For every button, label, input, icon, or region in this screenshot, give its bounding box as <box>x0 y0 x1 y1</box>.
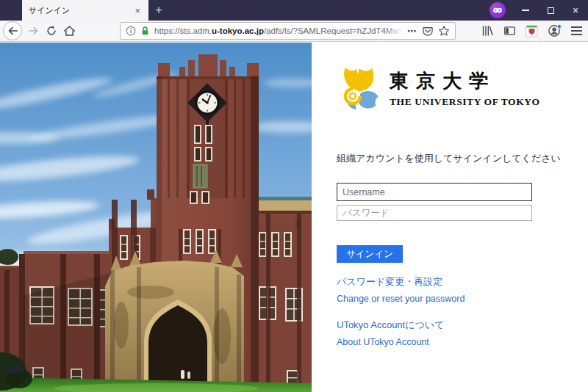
minimize-button[interactable] <box>513 0 538 21</box>
mask-icon <box>492 6 503 15</box>
help-links: パスワード変更・再設定 Change or reset your passwor… <box>337 275 588 347</box>
site-info-icon[interactable] <box>126 26 136 36</box>
logo-kanji: 東京大学 <box>390 68 540 94</box>
new-tab-button[interactable]: + <box>148 0 169 21</box>
url-domain: u-tokyo.ac.jp <box>212 26 264 35</box>
password-input[interactable] <box>337 205 532 221</box>
signin-instruction: 組織アカウントを使用してサインインしてください <box>337 152 588 165</box>
pocket-icon[interactable] <box>422 26 434 37</box>
toolbar-right-icons <box>481 24 582 37</box>
bookmark-star-icon[interactable] <box>438 25 450 37</box>
url-scheme: https://sts.adm. <box>154 26 212 35</box>
logo-latin: THE UNIVERSITY OF TOKYO <box>390 96 540 108</box>
tab-signin[interactable]: サインイン × <box>22 0 148 21</box>
signin-button[interactable]: サインイン <box>337 245 403 263</box>
forward-button[interactable] <box>28 25 40 37</box>
forward-icon <box>28 25 40 37</box>
private-browsing-mask-icon <box>490 2 506 18</box>
menu-hamburger-icon[interactable] <box>571 26 582 35</box>
adblock-extension-icon[interactable] <box>526 25 538 37</box>
browser-window: サインイン × + × <box>0 0 588 392</box>
secure-lock-icon[interactable] <box>140 26 150 36</box>
page-actions-icon[interactable]: ⋯ <box>407 26 417 37</box>
utokyo-logo: 東京大学 THE UNIVERSITY OF TOKYO <box>337 65 588 112</box>
back-button[interactable] <box>3 21 22 40</box>
library-icon[interactable] <box>481 25 494 37</box>
home-button[interactable] <box>63 25 76 37</box>
login-panel: 東京大学 THE UNIVERSITY OF TOKYO 組織アカウントを使用し… <box>312 43 588 392</box>
sidebar-icon[interactable] <box>503 25 516 37</box>
maximize-button[interactable] <box>538 0 563 21</box>
back-icon <box>7 25 18 37</box>
reload-icon <box>46 25 57 37</box>
url-bar[interactable]: https://sts.adm.u-tokyo.ac.jp/adfs/ls/?S… <box>120 22 456 40</box>
ginkgo-logo-icon <box>337 65 381 112</box>
url-fade <box>384 26 403 35</box>
username-input[interactable] <box>337 183 532 201</box>
link-about-account-en[interactable]: About UTokyo Account <box>337 337 588 347</box>
url-text: https://sts.adm.u-tokyo.ac.jp/adfs/ls/?S… <box>154 26 403 35</box>
home-icon <box>63 25 76 37</box>
tab-close-icon[interactable]: × <box>133 5 142 16</box>
stone-gate <box>105 250 244 392</box>
titlebar-drag-space <box>169 0 490 21</box>
link-password-change-jp[interactable]: パスワード変更・再設定 <box>337 275 588 288</box>
url-path: /adfs/ls/?SAMLRequest=hZJdT4MwFIb9 <box>264 26 403 35</box>
link-password-change-en[interactable]: Change or reset your password <box>337 294 588 304</box>
account-icon[interactable] <box>548 24 562 37</box>
titlebar: サインイン × + × <box>0 0 588 21</box>
nav-toolbar: https://sts.adm.u-tokyo.ac.jp/adfs/ls/?S… <box>0 21 588 42</box>
tab-title: サインイン <box>29 5 133 16</box>
page-content: 東京大学 THE UNIVERSITY OF TOKYO 組織アカウントを使用し… <box>0 43 588 392</box>
link-about-account-jp[interactable]: UTokyo Accountについて <box>337 319 588 332</box>
campus-photo <box>0 43 312 392</box>
logo-text: 東京大学 THE UNIVERSITY OF TOKYO <box>390 68 540 108</box>
reload-button[interactable] <box>46 25 57 37</box>
window-close-button[interactable]: × <box>563 0 588 21</box>
